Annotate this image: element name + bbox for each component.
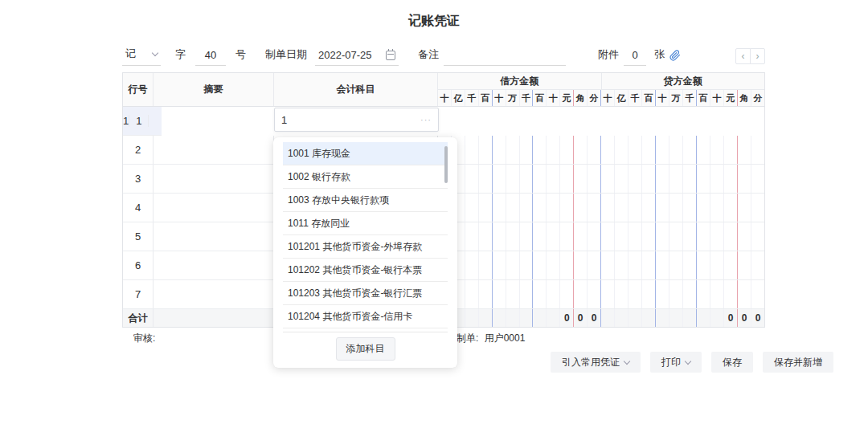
- next-voucher-button[interactable]: ›: [750, 48, 765, 64]
- debit-amount-cell[interactable]: [438, 194, 601, 222]
- digit-cell: [574, 165, 588, 193]
- credit-amount-cell[interactable]: [601, 136, 764, 164]
- digit-cell: [738, 222, 751, 251]
- attachment-count-input[interactable]: 0: [624, 49, 646, 66]
- digit-cell: [656, 136, 669, 164]
- credit-amount-cell[interactable]: [601, 280, 764, 308]
- digit-cell: [588, 251, 601, 279]
- attachment-label: 附件: [598, 47, 619, 66]
- remark-input[interactable]: [444, 51, 566, 66]
- digit-cell: [697, 222, 710, 251]
- digit-cell: [533, 280, 547, 308]
- voucher-number-input[interactable]: 40: [195, 49, 226, 66]
- header-summary: 摘要: [154, 73, 274, 106]
- credit-amount-cell[interactable]: [601, 165, 764, 193]
- digit-header-cell: 千: [465, 90, 479, 106]
- action-button[interactable]: 打印: [650, 352, 702, 373]
- digit-cell: [697, 136, 710, 164]
- digit-cell: [560, 194, 574, 222]
- digit-cell: [533, 165, 547, 193]
- digit-header-cell: 万: [506, 90, 520, 106]
- account-dropdown-item[interactable]: 101201 其他货币资金-外埠存款: [283, 235, 448, 259]
- digit-cell: [493, 251, 506, 279]
- debit-amount-cell[interactable]: [438, 251, 601, 279]
- account-dropdown-item[interactable]: 101203 其他货币资金-银行汇票: [283, 282, 448, 305]
- digit-cell: [710, 251, 724, 279]
- summary-cell[interactable]: [154, 194, 274, 222]
- voucher-page: 记账凭证 记 字 40 号 制单日期 2022-07-25 备注 附件 0 张 …: [0, 0, 868, 424]
- digit-cell: [588, 165, 601, 193]
- account-dropdown-item[interactable]: 101202 其他货币资金-银行本票: [283, 259, 448, 282]
- credit-amount-cell[interactable]: [601, 251, 764, 279]
- digit-cell: [710, 136, 724, 164]
- total-digit-cell: [710, 309, 724, 327]
- digit-cell: [574, 251, 588, 279]
- row-number-cell: 7: [123, 280, 154, 308]
- summary-cell[interactable]: [154, 251, 274, 279]
- digit-header-cell: 角: [574, 90, 588, 106]
- summary-cell[interactable]: [154, 165, 274, 193]
- action-button[interactable]: 引入常用凭证: [551, 352, 641, 373]
- digit-header-cell: 百: [642, 90, 656, 106]
- debit-amount-cell[interactable]: [438, 280, 601, 308]
- add-account-button[interactable]: 添加科目: [336, 337, 395, 361]
- account-input[interactable]: 1 ···: [274, 108, 439, 132]
- debit-amount-cell[interactable]: [438, 136, 601, 164]
- digit-cell: [493, 280, 506, 308]
- summary-cell[interactable]: [154, 222, 274, 251]
- digit-cell: [642, 222, 656, 251]
- digit-cell: [669, 222, 683, 251]
- total-digit-cell: 0: [724, 309, 738, 327]
- digit-cell: [520, 280, 534, 308]
- total-digit-cell: 0: [738, 309, 751, 327]
- digit-cell: [628, 136, 642, 164]
- prev-voucher-button[interactable]: ‹: [735, 48, 751, 64]
- total-credit-digits: 000: [601, 309, 764, 327]
- credit-amount-cell[interactable]: [601, 194, 764, 222]
- action-button[interactable]: 保存: [711, 352, 753, 373]
- credit-amount-cell[interactable]: [601, 222, 764, 251]
- date-input[interactable]: 2022-07-25: [315, 49, 399, 66]
- date-value: 2022-07-25: [318, 49, 372, 61]
- account-dropdown: 1001 库存现金1002 银行存款1003 存放中央银行款项1011 存放同业…: [273, 137, 457, 368]
- digit-cell: [601, 194, 615, 222]
- debit-amount-cell[interactable]: [438, 165, 601, 193]
- account-dropdown-item[interactable]: 101204 其他货币资金-信用卡: [283, 305, 448, 328]
- digit-cell: [588, 194, 601, 222]
- account-dropdown-item[interactable]: 1001 库存现金: [283, 142, 448, 165]
- digit-header-cell: 百: [479, 90, 493, 106]
- total-digit-cell: 0: [560, 309, 574, 327]
- total-digit-cell: [642, 309, 656, 327]
- creator-value: 用户0001: [485, 332, 526, 344]
- paperclip-icon[interactable]: [669, 50, 681, 66]
- digit-cell: [656, 165, 669, 193]
- more-options-icon[interactable]: ···: [420, 115, 432, 124]
- total-digit-cell: [506, 309, 520, 327]
- summary-cell[interactable]: [154, 280, 274, 308]
- scrollbar-thumb[interactable]: [444, 146, 448, 183]
- digit-cell: [628, 280, 642, 308]
- voucher-word-select[interactable]: 记: [122, 47, 161, 66]
- total-digit-cell: [683, 309, 697, 327]
- account-dropdown-item[interactable]: 1011 存放同业: [283, 212, 448, 235]
- digit-cell: [628, 165, 642, 193]
- account-dropdown-item[interactable]: 1003 存放中央银行款项: [283, 189, 448, 212]
- summary-cell[interactable]: 1: [129, 115, 149, 127]
- digit-cell: [710, 222, 724, 251]
- digit-cell: [520, 251, 534, 279]
- account-dropdown-item[interactable]: 1002 银行存款: [283, 165, 448, 189]
- digit-cell: [588, 280, 601, 308]
- digit-cell: [547, 251, 560, 279]
- digit-cell: [493, 165, 506, 193]
- summary-cell[interactable]: [154, 136, 274, 164]
- digit-cell: [697, 280, 710, 308]
- digit-cell: [465, 136, 479, 164]
- digit-cell: [642, 194, 656, 222]
- account-dropdown-footer: 添加科目: [273, 332, 457, 368]
- debit-amount-cell[interactable]: [438, 222, 601, 251]
- digit-cell: [710, 194, 724, 222]
- digit-cell: [683, 136, 697, 164]
- total-digit-cell: [628, 309, 642, 327]
- digit-cell: [547, 136, 560, 164]
- action-button[interactable]: 保存并新增: [763, 352, 833, 373]
